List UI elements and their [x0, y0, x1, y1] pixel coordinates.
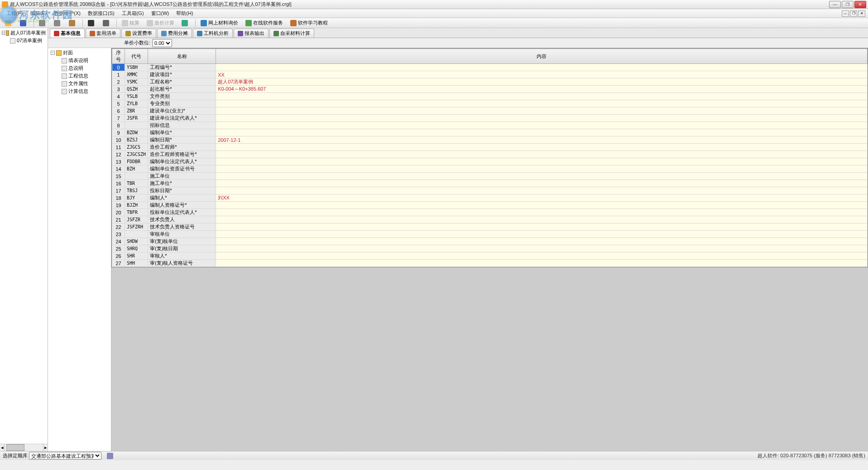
mdi-minimize-button[interactable]: — [842, 10, 849, 17]
cell-name[interactable]: 编制单位资质证书号 [148, 165, 216, 173]
table-row[interactable]: 15施工单位 [112, 173, 868, 180]
tb-find-button[interactable] [85, 19, 99, 28]
cell-code[interactable]: BZSJ [125, 136, 148, 144]
table-row[interactable]: 2YSMC工程名称*超人07清单案例 [112, 78, 868, 86]
cell-name[interactable]: 工程编号* [148, 64, 216, 71]
menu-data-interface[interactable]: 数据接口(S) [84, 9, 118, 18]
cell-code[interactable]: SHH [125, 260, 148, 267]
cell-name[interactable]: 编制人* [148, 194, 216, 202]
cell-name[interactable]: 审(复)核日期 [148, 245, 216, 252]
cell-name[interactable]: 招标信息 [148, 122, 216, 129]
cell-seq[interactable]: 8 [112, 122, 125, 129]
cover-root[interactable]: −封面 [49, 49, 110, 57]
cell-content[interactable]: 刘XX [216, 194, 868, 202]
cell-seq[interactable]: 1 [112, 71, 125, 78]
cell-name[interactable]: 技术负责人资格证号 [148, 223, 216, 231]
cell-seq[interactable]: 10 [112, 136, 125, 144]
cell-name[interactable]: 编制人资格证号* [148, 202, 216, 209]
cell-content[interactable] [216, 100, 868, 107]
cell-name[interactable]: 投标单位法定代表人* [148, 209, 216, 216]
table-row[interactable]: 22JSFZRH技术负责人资格证号 [112, 223, 868, 231]
cell-content[interactable] [216, 165, 868, 173]
cell-code[interactable] [125, 231, 148, 238]
cell-content[interactable] [216, 64, 868, 71]
cover-item-file-attr[interactable]: 文件属性 [49, 80, 110, 87]
cell-name[interactable]: 编制单位* [148, 129, 216, 136]
cell-seq[interactable]: 4 [112, 93, 125, 100]
cell-seq[interactable]: 12 [112, 151, 125, 158]
cell-name[interactable]: 建设项目* [148, 71, 216, 78]
cell-code[interactable]: TBSJ [125, 187, 148, 194]
scroll-thumb[interactable] [6, 444, 24, 451]
tab-material-analysis[interactable]: 工料机分析 [193, 29, 233, 38]
tb-open-button[interactable] [2, 19, 16, 28]
table-row[interactable]: 4YSLB文件类别 [112, 93, 868, 100]
status-quota-select[interactable]: 交通部公路基本建设工程预算定额1996 [29, 452, 101, 460]
table-row[interactable]: 1XMMC建设项目*XX [112, 71, 868, 78]
table-row[interactable]: 7JSFR建设单位法定代表人* [112, 115, 868, 122]
tab-set-rate[interactable]: 设置费率 [121, 29, 156, 38]
tb-copy-button[interactable] [51, 19, 65, 28]
cell-seq[interactable]: 0 [112, 64, 125, 71]
menu-window[interactable]: 窗口(W) [148, 9, 173, 18]
cell-code[interactable]: JSFR [125, 115, 148, 122]
table-row[interactable]: 13FDDBR编制单位法定代表人* [112, 158, 868, 165]
cell-name[interactable]: 审核单位 [148, 231, 216, 238]
cell-code[interactable]: SHDW [125, 238, 148, 245]
cover-item-summary[interactable]: 总说明 [49, 64, 110, 72]
cell-seq[interactable]: 16 [112, 180, 125, 187]
cell-content[interactable] [216, 144, 868, 151]
cell-seq[interactable]: 25 [112, 245, 125, 252]
cell-seq[interactable]: 20 [112, 209, 125, 216]
tree-child-doc[interactable]: 07清单案例 [1, 37, 47, 44]
cell-code[interactable]: BJY [125, 194, 148, 202]
cell-code[interactable]: YSMC [125, 78, 148, 86]
cell-content[interactable] [216, 151, 868, 158]
cell-content[interactable] [216, 93, 868, 100]
tb-cost-calc-button[interactable]: 造价计算 [144, 18, 177, 28]
cell-seq[interactable]: 24 [112, 238, 125, 245]
restore-button[interactable]: ❐ [842, 1, 854, 8]
tb-print-button[interactable] [100, 19, 114, 28]
table-row[interactable]: 5ZYLB专业类别 [112, 100, 868, 107]
cell-content[interactable] [216, 209, 868, 216]
cell-code[interactable]: ZJGCS [125, 144, 148, 151]
cell-content[interactable] [216, 158, 868, 165]
tb-tutorial-button[interactable]: 软件学习教程 [287, 18, 331, 28]
cell-seq[interactable]: 7 [112, 115, 125, 122]
decimal-select[interactable]: 0.00 [152, 39, 172, 47]
cell-seq[interactable]: 22 [112, 223, 125, 231]
table-row[interactable]: 26SHR审核人* [112, 252, 868, 260]
table-row[interactable]: 25SHRQ审(复)核日期 [112, 245, 868, 252]
cell-seq[interactable]: 5 [112, 100, 125, 107]
cell-content[interactable] [216, 187, 868, 194]
cell-seq[interactable]: 19 [112, 202, 125, 209]
cell-name[interactable]: 审核人* [148, 252, 216, 260]
table-row[interactable]: 0YSBH工程编号* [112, 64, 868, 71]
cell-seq[interactable]: 14 [112, 165, 125, 173]
table-row[interactable]: 20TBFR投标单位法定代表人* [112, 209, 868, 216]
tb-refresh-button[interactable] [178, 19, 192, 28]
cell-name[interactable]: 投标日期* [148, 187, 216, 194]
tab-self-material[interactable]: 自采材料计算 [269, 29, 314, 38]
table-row[interactable]: 23审核单位 [112, 231, 868, 238]
cell-code[interactable]: XMMC [125, 71, 148, 78]
tb-cut-button[interactable] [36, 19, 50, 28]
collapse-icon[interactable]: − [2, 31, 5, 35]
tree-root-project[interactable]: −超人07清单案例 [1, 29, 47, 37]
cell-code[interactable]: BZH [125, 165, 148, 173]
tab-report[interactable]: 报表输出 [234, 29, 269, 38]
cell-content[interactable] [216, 115, 868, 122]
mdi-close-button[interactable]: ✕ [858, 10, 865, 17]
cover-item-project[interactable]: 工程信息 [49, 72, 110, 80]
cell-seq[interactable]: 11 [112, 144, 125, 151]
cover-item-calc-info[interactable]: 计算信息 [49, 87, 110, 95]
status-icon[interactable] [107, 453, 113, 459]
tb-online-svc-button[interactable]: 在线软件服务 [242, 18, 286, 28]
mdi-restore-button[interactable]: ❐ [850, 10, 857, 17]
cell-code[interactable] [125, 122, 148, 129]
tb-paste-button[interactable] [66, 19, 80, 28]
cell-name[interactable]: 编制日期* [148, 136, 216, 144]
cell-name[interactable]: 造价工程师* [148, 144, 216, 151]
menu-edit[interactable]: 编辑(E) [27, 9, 51, 18]
